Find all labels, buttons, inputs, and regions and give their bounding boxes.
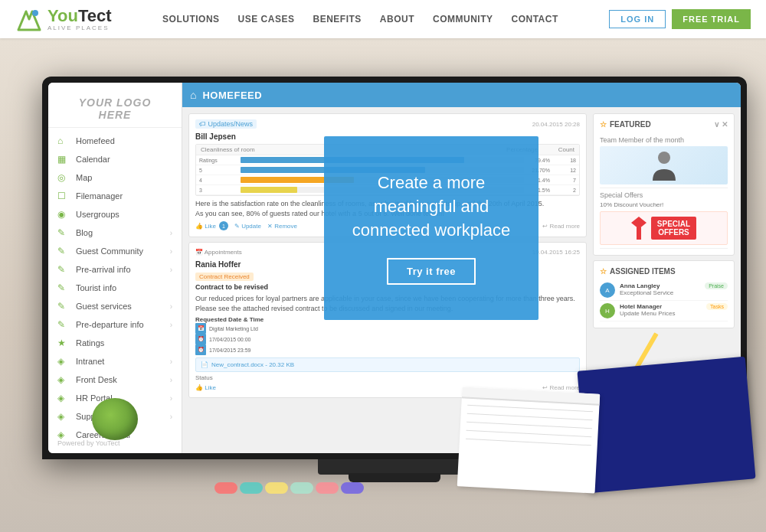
contract-row-2: ⏰ 17/04/2015 00:00	[195, 334, 580, 344]
overlay-text: Create a more meaningful and connected w…	[339, 171, 523, 242]
blog-icon: ✎	[57, 227, 70, 238]
chevron-right-icon7: ›	[170, 376, 172, 384]
time-icon-2: ⏰	[195, 344, 206, 355]
post-2-tag: 📅 Appointments	[195, 249, 242, 256]
chart-row-label-4: 3	[199, 188, 237, 193]
avatar-anna: A	[600, 282, 615, 298]
offers-label: Special Offers	[600, 191, 728, 199]
pre-departure-icon: ✎	[57, 319, 70, 330]
assigned-item-2: H Hotel Manager Update Menu Prices Tasks	[600, 301, 728, 321]
assigned-info-2: Hotel Manager Update Menu Prices	[620, 303, 702, 317]
trial-button[interactable]: FREE TRIAL	[672, 9, 751, 29]
like-button-2[interactable]: 👍 Like	[195, 384, 216, 391]
contract-row-3: ⏰ 17/04/2015 23:59	[195, 344, 580, 355]
sidebar-item-usergroups[interactable]: ◉ Usergroups	[48, 205, 182, 224]
careers-icon: ◈	[57, 429, 70, 440]
ribbon-icon	[631, 217, 647, 240]
ratings-icon: ★	[57, 338, 70, 348]
logo: YouTect ALIVE PLACES	[15, 5, 112, 33]
member-image	[600, 146, 728, 184]
overlay-cta: Create a more meaningful and connected w…	[324, 136, 538, 320]
logo-icon	[15, 5, 43, 33]
homefeed-icon: ⌂	[190, 89, 196, 101]
member-label: Team Member of the month	[600, 136, 728, 144]
sidebar-item-tourist[interactable]: ✎ Tourist info	[48, 279, 182, 297]
logo-text: YouTect ALIVE PLACES	[47, 8, 112, 31]
sidebar-item-calendar[interactable]: ▦ Calendar	[48, 150, 182, 168]
badge-tasks: Tasks	[706, 303, 728, 310]
datetime-1: 17/04/2015 00:00	[209, 337, 251, 342]
powered-by: Powered by YouTect	[57, 439, 120, 447]
chevron-right-icon2: ›	[170, 247, 172, 256]
monitor-stand	[349, 473, 440, 482]
home-icon: ⌂	[57, 135, 70, 146]
remove-button-1[interactable]: ✕ Remove	[267, 223, 297, 230]
tag-badge: 🏷 Updates/News	[195, 119, 257, 129]
sidebar-item-map[interactable]: ◎ Map	[48, 168, 182, 187]
sidebar-item-homefeed[interactable]: ⌂ Homefeed	[48, 132, 182, 150]
special-offers-section: Special Offers 10% Discount Voucher!	[600, 188, 728, 249]
sidebar-label-blog: Blog	[76, 228, 164, 237]
chart-bar-4	[241, 187, 297, 193]
hr-icon: ◈	[57, 393, 70, 403]
nav-solutions[interactable]: SOLUTIONS	[155, 14, 228, 24]
star-icon: ☆	[600, 120, 607, 129]
assigned-item-1: A Anna Langley Exceptional Service Prais…	[600, 280, 728, 301]
nav-contact[interactable]: CONTACT	[503, 14, 565, 24]
try-free-button[interactable]: Try it free	[387, 258, 476, 285]
sidebar-item-blog[interactable]: ✎ Blog ›	[48, 224, 182, 242]
sidebar-item-guest-community[interactable]: ✎ Guest Community ›	[48, 242, 182, 260]
supplier-icon: ◈	[57, 411, 70, 422]
read-more-2[interactable]: ↩ Read more	[542, 384, 580, 391]
sidebar-item-pre-arrival[interactable]: ✎ Pre-arrival info ›	[48, 260, 182, 279]
svg-rect-3	[637, 227, 641, 240]
sidebar-item-guest-services[interactable]: ✎ Guest services ›	[48, 297, 182, 315]
nav-benefits[interactable]: BENEFITS	[305, 14, 368, 24]
notepad	[457, 387, 601, 493]
sidebar-item-intranet[interactable]: ◈ Intranet ›	[48, 352, 182, 370]
chart-count-1: 18	[553, 158, 576, 163]
assigned-task-2: Update Menu Prices	[620, 310, 702, 317]
chart-row-label-1: Ratings	[199, 158, 237, 163]
featured-card: ☆ FEATURED ∨ ✕ Team Member of the month	[593, 113, 735, 256]
sidebar-item-ratings[interactable]: ★ Ratings	[48, 334, 182, 352]
calendar-icon: ▦	[57, 154, 70, 165]
contract-file[interactable]: 📄 New_contract.docx - 20.32 KB	[195, 357, 580, 372]
chart-count-2: 12	[553, 168, 576, 173]
assigned-name-2: Hotel Manager	[620, 303, 702, 310]
users-icon: ◉	[57, 209, 70, 220]
special-offers-box: SPECIALOFFERS	[600, 211, 728, 245]
assigned-task-1: Exceptional Service	[620, 289, 700, 296]
person-svg	[645, 146, 683, 184]
logo-brand: YouTect	[47, 8, 112, 24]
sidebar-label-filemanager: Filemanager	[76, 191, 172, 201]
file-icon-small: 📄	[201, 361, 208, 368]
nav-about[interactable]: ABOUT	[372, 14, 422, 24]
clips-area	[214, 482, 364, 494]
sidebar-label-front-desk: Front Desk	[76, 375, 164, 384]
nav-use-cases[interactable]: USE CASES	[231, 14, 303, 24]
sidebar-item-filemanager[interactable]: ☐ Filemanager	[48, 187, 182, 205]
assigned-name-1: Anna Langley	[620, 282, 700, 289]
notebook	[577, 357, 755, 494]
sidebar-item-pre-departure[interactable]: ✎ Pre-departure info ›	[48, 315, 182, 334]
update-button-1[interactable]: ✎ Update	[234, 223, 261, 230]
assigned-card: ☆ ASSIGNED ITEMS A Anna Langley Ex	[593, 260, 735, 328]
chart-row-label-2: 5	[199, 168, 237, 173]
assigned-title: ☆ ASSIGNED ITEMS	[600, 267, 728, 276]
chart-count-3: 7	[553, 178, 576, 183]
like-button-1[interactable]: 👍 Like 1	[195, 221, 228, 230]
post-1-tag: 🏷 Updates/News	[195, 120, 257, 128]
collapse-featured[interactable]: ∨ ✕	[714, 120, 728, 129]
svg-point-2	[658, 152, 670, 164]
sidebar-item-front-desk[interactable]: ◈ Front Desk ›	[48, 370, 182, 389]
contract-row-1: 📅 Digital Marketing Ltd	[195, 323, 580, 334]
read-more-1[interactable]: ↩ Read more	[542, 223, 580, 230]
homefeed-title: HOMEFEED	[202, 90, 262, 101]
login-button[interactable]: LOG IN	[609, 10, 666, 28]
pre-arrival-icon: ✎	[57, 264, 70, 275]
special-ribbon: SPECIALOFFERS	[651, 217, 696, 240]
sidebar-label-guest-community: Guest Community	[76, 246, 164, 256]
nav-community[interactable]: COMMUNITY	[425, 14, 501, 24]
logo-tagline: ALIVE PLACES	[47, 24, 112, 31]
